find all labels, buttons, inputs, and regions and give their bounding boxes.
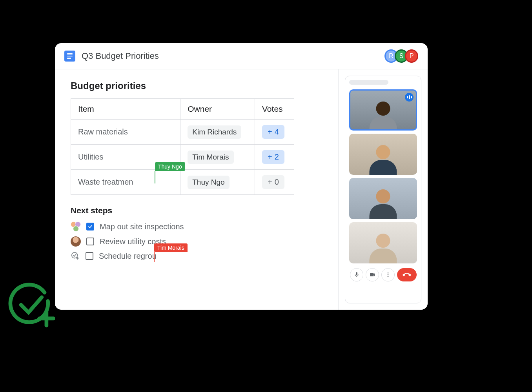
collaborator-avatar[interactable]: P bbox=[405, 49, 418, 63]
video-tile[interactable] bbox=[349, 178, 417, 219]
more-options-button[interactable] bbox=[381, 268, 395, 281]
vote-chip[interactable]: +0 bbox=[262, 175, 284, 189]
cell-owner[interactable]: Tim Morais bbox=[180, 145, 255, 170]
cell-owner[interactable]: Kim Richards bbox=[180, 120, 255, 145]
presence-cursor-caret bbox=[154, 252, 155, 262]
speaking-indicator-icon bbox=[405, 93, 414, 102]
presence-cursor-label: Tim Morais bbox=[154, 243, 188, 252]
cell-votes[interactable]: +0 bbox=[255, 170, 294, 195]
table-row[interactable]: Raw materials Kim Richards +4 bbox=[71, 120, 294, 145]
svg-point-5 bbox=[387, 276, 388, 277]
owner-chip[interactable]: Kim Richards bbox=[188, 125, 241, 139]
video-tile-active-speaker[interactable] bbox=[349, 89, 417, 131]
checkbox[interactable] bbox=[86, 223, 94, 230]
section-heading-next-steps: Next steps bbox=[71, 206, 322, 215]
hangup-button[interactable] bbox=[397, 268, 417, 281]
section-heading-priorities: Budget priorities bbox=[71, 80, 322, 91]
plus-icon: + bbox=[268, 178, 272, 187]
svg-point-3 bbox=[387, 272, 388, 274]
cell-owner[interactable]: Thuy Ngo bbox=[180, 170, 255, 195]
table-header-item: Item bbox=[71, 99, 180, 120]
priorities-table[interactable]: Item Owner Votes Raw materials Kim Richa… bbox=[71, 98, 294, 195]
table-row[interactable]: Waste treatmen Thuy Ngo +0 bbox=[71, 170, 294, 195]
checklist-item[interactable]: Map out site inspections bbox=[71, 221, 322, 232]
docs-icon bbox=[64, 51, 75, 62]
vote-chip[interactable]: +4 bbox=[262, 125, 284, 139]
document-title[interactable]: Q3 Budget Priorities bbox=[82, 51, 381, 61]
svg-point-0 bbox=[72, 252, 78, 258]
video-call-sidebar bbox=[338, 69, 428, 310]
video-controls bbox=[349, 268, 417, 281]
owner-chip[interactable]: Thuy Ngo bbox=[188, 176, 229, 189]
checklist-item[interactable]: Schedule regrou bbox=[71, 251, 322, 261]
main-content[interactable]: Budget priorities Item Owner Votes Raw m… bbox=[55, 69, 338, 310]
header: Q3 Budget Priorities R S P bbox=[55, 43, 428, 69]
plus-icon: + bbox=[268, 127, 272, 136]
video-tile[interactable] bbox=[349, 222, 417, 263]
document-window: Q3 Budget Priorities R S P Budget priori… bbox=[55, 43, 428, 310]
assign-task-icon[interactable] bbox=[71, 251, 80, 261]
collaborator-avatars: R S P bbox=[388, 49, 418, 63]
table-header-row: Item Owner Votes bbox=[71, 99, 294, 120]
cell-votes[interactable]: +2 bbox=[255, 145, 294, 170]
svg-point-4 bbox=[387, 274, 388, 276]
video-panel bbox=[345, 76, 421, 303]
table-header-owner: Owner bbox=[180, 99, 255, 120]
presence-cursor-label: Thuy Ngo bbox=[155, 162, 185, 171]
video-panel-header-placeholder bbox=[349, 80, 388, 85]
checkbox[interactable] bbox=[86, 252, 93, 260]
cell-item[interactable]: Waste treatmen bbox=[71, 170, 180, 195]
video-tile[interactable] bbox=[349, 134, 417, 175]
checklist-text[interactable]: Map out site inspections bbox=[100, 222, 184, 231]
assignee-avatar[interactable] bbox=[71, 236, 81, 247]
owner-chip[interactable]: Tim Morais bbox=[188, 151, 233, 164]
checklist-item[interactable]: Review utility costs bbox=[71, 236, 322, 247]
checkbox[interactable] bbox=[86, 238, 94, 245]
camera-button[interactable] bbox=[366, 268, 379, 281]
cell-votes[interactable]: +4 bbox=[255, 120, 294, 145]
assignee-avatars[interactable] bbox=[71, 221, 81, 232]
document-body: Budget priorities Item Owner Votes Raw m… bbox=[55, 69, 428, 310]
cell-item[interactable]: Raw materials bbox=[71, 120, 180, 145]
vote-chip[interactable]: +2 bbox=[262, 150, 284, 164]
presence-cursor-caret bbox=[155, 171, 155, 183]
decorative-checkmark-icon bbox=[8, 282, 55, 329]
table-header-votes: Votes bbox=[255, 99, 294, 120]
mic-button[interactable] bbox=[350, 268, 363, 281]
plus-icon: + bbox=[268, 152, 272, 162]
checklist-text[interactable]: Schedule regrou bbox=[99, 252, 157, 261]
